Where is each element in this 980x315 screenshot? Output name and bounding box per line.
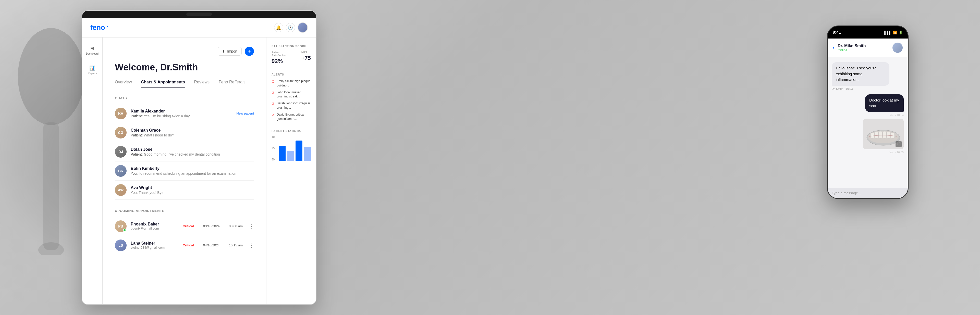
chat-name: Dolan Jose <box>130 147 254 152</box>
dashboard-icon: ⊞ <box>90 46 94 51</box>
add-icon: + <box>248 48 251 54</box>
message-received: Hello Isaac. I see you're exhibiting som… <box>832 62 904 90</box>
appointment-more-options[interactable]: ⋮ <box>249 242 254 248</box>
tab-overview[interactable]: Overview <box>115 80 132 88</box>
chats-section-label: CHATS <box>115 96 254 100</box>
chat-item[interactable]: DJ Dolan Jose Patient: Good morning! I'v… <box>115 142 254 161</box>
tab-reviews[interactable]: Reviews <box>194 80 210 88</box>
laptop-screen: feno ● 🔔 🕐 ⊞ Dashboard <box>82 18 316 304</box>
chat-text: Good morning! I've checked my dental con… <box>144 152 220 156</box>
alerts-section: ALERTS ⊘ Emily Smith: high plaque buildu… <box>272 73 311 121</box>
notification-button[interactable]: 🔔 <box>274 23 283 32</box>
chat-sender: Patient: <box>130 114 143 118</box>
divider <box>272 72 311 72</box>
appointment-more-options[interactable]: ⋮ <box>249 223 254 229</box>
chat-list: CHATS KA Kamila Alexander Patient: Yes, … <box>115 96 254 200</box>
appointment-name: Lana Steiner <box>130 241 183 246</box>
bell-icon: 🔔 <box>276 25 281 30</box>
chat-sender: You: <box>130 191 138 195</box>
alert-text: David Brown: critical gum inflamm... <box>277 113 311 121</box>
laptop-camera <box>186 13 212 16</box>
chart-y-50: 50 <box>272 158 276 161</box>
sidebar-item-dashboard[interactable]: ⊞ Dashboard <box>84 44 100 57</box>
right-panel: SATISFACTION SCORE Patient Satisfaction … <box>266 38 316 304</box>
svg-rect-1 <box>43 123 59 250</box>
back-button[interactable]: ‹ <box>833 45 835 51</box>
message-text: Hello Isaac. I see you're exhibiting som… <box>836 65 885 83</box>
online-indicator <box>123 229 126 232</box>
phone-contact-avatar <box>892 43 903 53</box>
add-button[interactable]: + <box>245 47 254 56</box>
message-sent-area: Doctor look at my scan. You - 10:24 <box>856 94 904 154</box>
toothbrush-decoration <box>15 25 87 255</box>
chat-sender: You: <box>130 172 138 175</box>
tab-chats-appointments[interactable]: Chats & Appointments <box>141 80 185 88</box>
chat-info: Dolan Jose Patient: Good morning! I've c… <box>130 147 254 156</box>
chat-text: Thank you! Bye <box>138 191 163 195</box>
sidebar-item-reports[interactable]: 📊 Reports <box>86 63 99 77</box>
app-header: feno ● 🔔 🕐 <box>82 18 316 38</box>
chat-sender: Patient: <box>130 133 143 137</box>
laptop-mockup: feno ● 🔔 🕐 ⊞ Dashboard <box>82 10 317 305</box>
chart-bar-1 <box>279 146 286 161</box>
appointment-info: Phoenix Baker poenix@gmail.com <box>130 222 183 230</box>
app-logo: feno ● <box>90 24 108 32</box>
chat-preview: Patient: Yes, I'm brushing twice a day <box>130 114 236 118</box>
chat-avatar: DJ <box>115 146 127 158</box>
chat-avatar: BK <box>115 165 127 177</box>
chart-bars <box>279 135 311 161</box>
patient-statistic-title: PATIENT STATISTIC <box>272 129 311 132</box>
scan-image-wrapper: ⛶ <box>863 116 904 149</box>
sidebar-label-dashboard: Dashboard <box>86 52 99 55</box>
nps-value: +75 <box>301 55 311 62</box>
chat-text: What I need to do? <box>144 133 174 137</box>
chat-item[interactable]: BK Bolin Kimberly You: I'd recommend sch… <box>115 161 254 181</box>
chat-preview: You: Thank you! Bye <box>130 191 254 195</box>
appointment-name: Phoenix Baker <box>130 222 183 226</box>
alert-icon: ⊘ <box>272 102 275 106</box>
message-bubble-received: Hello Isaac. I see you're exhibiting som… <box>832 62 889 86</box>
chat-info: Bolin Kimberly You: I'd recommend schedu… <box>130 166 254 175</box>
chart-y-100: 100 <box>272 135 276 138</box>
appointment-time: 10:15 am <box>229 243 243 247</box>
phone-time: 9:41 <box>833 30 841 35</box>
phone-contact-info: Dr. Mike Smith Online <box>838 44 889 52</box>
user-avatar[interactable] <box>298 22 308 33</box>
alert-item: ⊘ Emily Smith: high plaque buildup... <box>272 79 311 88</box>
import-button[interactable]: ⬆ Import <box>218 47 242 56</box>
chat-item[interactable]: CG Coleman Grace Patient: What I need to… <box>115 123 254 142</box>
chat-name: Bolin Kimberly <box>130 166 254 171</box>
appointment-item[interactable]: PB Phoenix Baker poenix@gmail.com Critic… <box>115 217 254 236</box>
alert-icon: ⊘ <box>272 91 275 95</box>
chat-info: Ava Wright You: Thank you! Bye <box>130 185 254 195</box>
alert-text: Emily Smith: high plaque buildup... <box>277 79 311 88</box>
tab-feno-refferals[interactable]: Feno Refferals <box>219 80 245 88</box>
message-timestamp: Dr. Smith - 10:23 <box>832 87 904 90</box>
phone-chat-header: ‹ Dr. Mike Smith Online <box>828 38 908 57</box>
clock-button[interactable]: 🕐 <box>286 23 295 32</box>
appointments-section: UPCOMING APPOINTMENTS PB Phoenix Baker p… <box>115 209 254 255</box>
chat-avatar: KA <box>115 108 127 119</box>
chat-name: Coleman Grace <box>130 128 254 133</box>
chart-bar-4 <box>304 147 311 161</box>
appointment-avatar: LS <box>115 240 127 251</box>
chat-item[interactable]: KA Kamila Alexander Patient: Yes, I'm br… <box>115 104 254 123</box>
sidebar: ⊞ Dashboard 📊 Reports <box>82 38 103 304</box>
chat-item[interactable]: AW Ava Wright You: Thank you! Bye <box>115 181 254 200</box>
appointment-email: steiner234@gmail.com <box>130 246 183 250</box>
alert-item: ⊘ John Doe: missed brushing streak... <box>272 90 311 99</box>
import-icon: ⬆ <box>222 49 225 53</box>
satisfaction-title: SATISFACTION SCORE <box>272 45 311 48</box>
phone-screen: ‹ Dr. Mike Smith Online Hello Isaac. I s… <box>828 38 908 198</box>
alert-text: Sarah Johnson: irregular brushing... <box>277 101 311 110</box>
nps-col: NPS +75 <box>301 51 311 65</box>
chat-text: Yes, I'm brushing twice a day <box>144 114 189 118</box>
fullscreen-button[interactable]: ⛶ <box>896 141 902 147</box>
phone-input-placeholder[interactable]: Type a message... <box>832 191 861 195</box>
signal-icon: ▌▌▌ <box>884 30 891 35</box>
battery-icon: 🔋 <box>899 30 903 35</box>
appointment-item[interactable]: LS Lana Steiner steiner234@gmail.com Cri… <box>115 236 254 255</box>
appointment-avatar: PB <box>115 220 127 232</box>
phone-messages: Hello Isaac. I see you're exhibiting som… <box>828 57 908 188</box>
new-patient-badge: New patient <box>236 111 254 115</box>
